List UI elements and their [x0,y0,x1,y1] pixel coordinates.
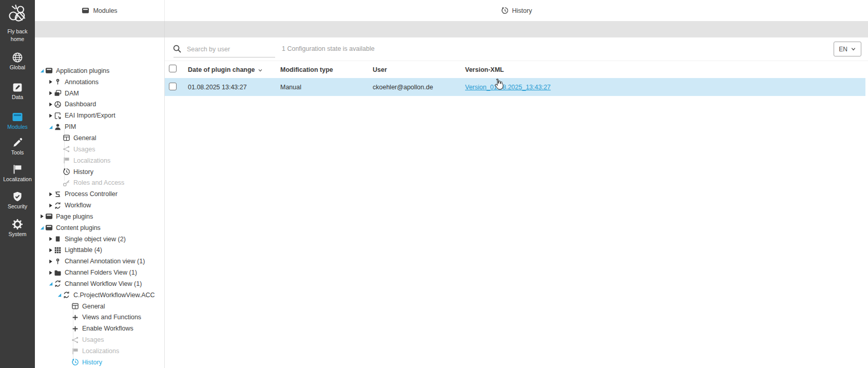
dashboard-icon [54,101,62,108]
row-checkbox-cell [165,83,188,92]
cell-version-xml: Version_01.08.2025_13:43:27 [465,84,865,91]
fly-back-home-label[interactable]: Fly back home [2,28,33,43]
tree-item-label: History [82,359,102,366]
column-header-date-of-plugin-change[interactable]: Date of plugin change [188,66,280,73]
expander-collapsed-icon[interactable] [47,258,54,264]
tree-item-usages[interactable]: Usages [35,334,164,345]
main-panel-header: History [165,0,868,21]
tree-item-channel-annotation-view-1[interactable]: Channel Annotation view (1) [35,256,164,267]
tree-item-label: History [73,168,93,176]
sidebar-item-system[interactable]: System [0,219,35,237]
expander-collapsed-icon[interactable] [47,191,54,197]
language-selector[interactable]: EN [834,42,861,56]
expander-collapsed-icon[interactable] [38,214,45,220]
pin-icon [54,78,62,86]
tree-item-enable-workflows[interactable]: Enable Workflows [35,323,164,334]
tree-item-label: General [82,303,105,310]
expander-expanded-icon[interactable] [55,292,63,298]
card-icon [71,302,79,310]
column-header-version-xml[interactable]: Version-XML [465,66,868,73]
share-icon [71,336,79,344]
tree-item-dam[interactable]: DAM [35,88,164,99]
tree-item-label: Single object view (2) [65,236,126,243]
search-icon[interactable] [172,44,182,53]
tree-item-content-plugins[interactable]: Content plugins [35,222,164,234]
tree-item-label: Channel Folders View (1) [65,269,137,276]
tree-item-history[interactable]: History [35,166,164,178]
tree-item-dashboard[interactable]: Dashboard [35,99,164,110]
search-input[interactable] [186,42,274,56]
tree-item-channel-folders-view-1[interactable]: Channel Folders View (1) [35,267,164,278]
tree-item-label: DAM [65,90,79,97]
tree-item-process-controller[interactable]: Process Controller [35,188,164,200]
tree-item-label: Dashboard [65,101,96,108]
calendar-pencil-icon [12,82,23,93]
flag-icon [63,157,70,164]
header-checkbox-cell [165,65,188,74]
expander-collapsed-icon[interactable] [47,202,54,208]
flag-icon [12,164,23,175]
expander-collapsed-icon[interactable] [47,112,54,119]
column-header-user[interactable]: User [373,66,465,73]
shield-check-icon [12,191,23,202]
tree-item-channel-workflow-view-1[interactable]: Channel Workflow View (1) [35,278,164,289]
sidebar-item-global[interactable]: Global [0,52,35,70]
tree-item-label: Roles and Access [73,179,124,186]
grid-icon [54,246,62,254]
tree-item-usages[interactable]: Usages [35,144,164,155]
tree-item-label: Annotations [65,79,99,86]
tree-item-workflow[interactable]: Workflow [35,200,164,211]
expander-expanded-icon[interactable] [38,225,45,231]
folder-icon [54,269,62,277]
module-box-icon [45,212,53,220]
sidebar-item-modules[interactable]: Modules [0,111,35,130]
tree-item-label: C.ProjectWorkflowView.ACC [73,292,155,299]
tree-item-localizations[interactable]: Localizations [35,155,164,166]
expander-collapsed-icon[interactable] [47,269,54,276]
expander-collapsed-icon[interactable] [47,90,54,96]
expander-collapsed-icon[interactable] [47,247,54,253]
tree-item-localizations[interactable]: Localizations [35,345,164,357]
tree-item-eai-import-export[interactable]: EAI Import/Export [35,110,164,121]
expander-slot [55,180,63,186]
tree-item-pim[interactable]: PIM [35,121,164,132]
expander-expanded-icon[interactable] [47,281,54,287]
expander-expanded-icon[interactable] [38,68,45,74]
version-xml-link[interactable]: Version_01.08.2025_13:43:27 [465,84,551,91]
tree-item-page-plugins[interactable]: Page plugins [35,211,164,222]
tree-item-label: Localizations [73,157,110,164]
expander-collapsed-icon[interactable] [47,79,54,85]
tree-item-general[interactable]: General [35,132,164,144]
sidebar-item-label: Modules [0,124,35,130]
tree-item-annotations[interactable]: Annotations [35,76,164,88]
select-all-checkbox[interactable] [169,65,177,72]
expander-expanded-icon[interactable] [47,124,54,130]
square-icon [54,235,62,243]
tree-item-single-object-view-2[interactable]: Single object view (2) [35,234,164,245]
tree-item-roles-and-access[interactable]: Roles and Access [35,177,164,188]
tree-item-general[interactable]: General [35,301,164,312]
tree-item-c-projectworkflowview-acc[interactable]: C.ProjectWorkflowView.ACC [35,289,164,301]
sidebar-item-security[interactable]: Security [0,191,35,209]
tree-item-views-and-functions[interactable]: Views and Functions [35,312,164,323]
tree-item-label: Channel Workflow View (1) [65,280,142,287]
sidebar-item-label: Security [0,203,35,209]
expander-collapsed-icon[interactable] [47,101,54,107]
tree-item-application-plugins[interactable]: Application plugins [35,65,164,76]
tree-item-lighttable-4[interactable]: Lighttable (4) [35,245,164,256]
expander-collapsed-icon[interactable] [47,236,54,242]
sidebar-item-data[interactable]: Data [0,82,35,100]
sidebar-item-tools[interactable]: Tools [0,137,35,156]
workflow-icon [54,280,62,287]
history-icon [501,7,509,14]
bee-logo-icon[interactable] [6,3,29,26]
column-header-modification-type[interactable]: Modification type [280,66,373,73]
row-checkbox[interactable] [169,83,177,90]
sidebar-item-localization[interactable]: Localization [0,164,35,182]
module-box-icon [45,67,53,74]
sidebar-item-label: Localization [0,176,35,182]
tree-item-history[interactable]: History [35,357,164,368]
key-icon [63,179,70,187]
expander-slot [55,146,63,152]
table-row[interactable]: 01.08.2025 13:43:27Manualckoehler@apollo… [165,78,865,96]
